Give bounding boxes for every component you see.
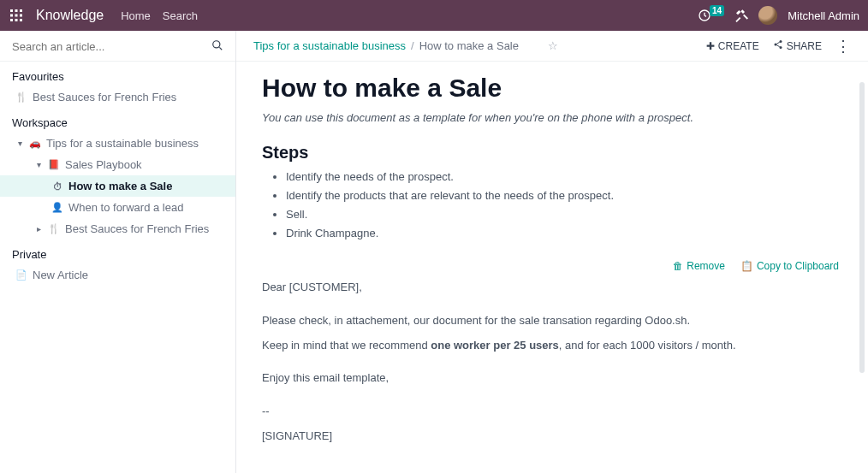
sidebar-search bbox=[0, 31, 235, 62]
nav-link-home[interactable]: Home bbox=[121, 9, 151, 22]
search-icon[interactable] bbox=[211, 39, 223, 54]
svg-rect-4 bbox=[15, 15, 18, 17]
sidebar-item-label: How to make a Sale bbox=[68, 180, 172, 192]
svg-point-12 bbox=[774, 44, 776, 46]
breadcrumb-current: How to make a Sale bbox=[419, 39, 519, 52]
doc-icon: 📄 bbox=[15, 269, 27, 281]
article-content: How to make a Sale You can use this docu… bbox=[236, 62, 868, 463]
breadcrumb-parent[interactable]: Tips for a sustainable business bbox=[253, 39, 406, 52]
svg-rect-0 bbox=[10, 9, 13, 12]
clipboard-icon: 📋 bbox=[740, 260, 753, 272]
sidebar-item-label: When to forward a lead bbox=[68, 201, 183, 214]
sidebar-item-sauces-ws[interactable]: ▸ 🍴 Best Sauces for French Fries bbox=[0, 218, 235, 239]
list-item: Identify the products that are relevant … bbox=[286, 186, 842, 205]
sidebar-item-playbook[interactable]: ▾ 📕 Sales Playbook bbox=[0, 154, 235, 175]
search-input[interactable] bbox=[12, 40, 205, 53]
tools-icon[interactable] bbox=[734, 9, 748, 22]
svg-point-13 bbox=[779, 46, 782, 49]
svg-rect-1 bbox=[15, 9, 18, 12]
email-enjoy: Enjoy this email template, bbox=[262, 368, 842, 389]
sidebar-item-forward-lead[interactable]: 👤 When to forward a lead bbox=[0, 197, 235, 218]
activity-badge: 14 bbox=[710, 5, 724, 16]
email-dashes: -- bbox=[262, 401, 842, 423]
sidebar-item-tips[interactable]: ▾ 🚗 Tips for a sustainable business bbox=[0, 133, 235, 154]
svg-rect-8 bbox=[20, 19, 22, 21]
car-icon: 🚗 bbox=[29, 138, 41, 149]
breadcrumb-separator: / bbox=[411, 39, 414, 52]
book-icon: 📕 bbox=[48, 159, 60, 170]
share-button[interactable]: SHARE bbox=[773, 39, 822, 52]
nav-right: 14 Mitchell Admin bbox=[698, 6, 859, 25]
sidebar-item-label: Best Sauces for French Fries bbox=[65, 222, 209, 235]
breadcrumb: Tips for a sustainable business / How to… bbox=[253, 39, 558, 52]
list-item: Identify the needs of the prospect. bbox=[286, 168, 842, 186]
user-name[interactable]: Mitchell Admin bbox=[788, 9, 859, 22]
svg-point-10 bbox=[213, 41, 220, 48]
sidebar: Favourites 🍴 Best Sauces for French Frie… bbox=[0, 31, 236, 473]
nav-left: Knowledge Home Search bbox=[9, 8, 198, 23]
copy-button[interactable]: 📋 Copy to Clipboard bbox=[740, 260, 839, 272]
plus-icon: ✚ bbox=[706, 40, 715, 52]
sidebar-item-label: Sales Playbook bbox=[65, 158, 142, 171]
svg-rect-5 bbox=[20, 15, 22, 17]
apps-grid-icon[interactable] bbox=[9, 8, 24, 23]
main-pane: Tips for a sustainable business / How to… bbox=[236, 31, 868, 473]
create-button[interactable]: ✚ CREATE bbox=[706, 40, 759, 52]
star-icon[interactable]: ☆ bbox=[548, 39, 558, 52]
person-icon: 👤 bbox=[51, 202, 63, 213]
section-private: Private bbox=[0, 239, 235, 264]
breadcrumb-actions: ✚ CREATE SHARE ⋮ bbox=[706, 39, 851, 52]
email-signature: [SIGNATURE] bbox=[262, 426, 842, 447]
email-line1: Please check, in attachement, our docume… bbox=[262, 310, 842, 332]
steps-list: Identify the needs of the prospect. Iden… bbox=[262, 168, 842, 243]
activity-indicator[interactable]: 14 bbox=[698, 9, 724, 22]
section-favourites: Favourites bbox=[0, 62, 235, 86]
caret-down-icon[interactable]: ▾ bbox=[15, 139, 24, 148]
svg-rect-3 bbox=[10, 15, 13, 17]
sidebar-item-label: Best Sauces for French Fries bbox=[33, 91, 176, 103]
page-title: How to make a Sale bbox=[262, 74, 842, 103]
cutlery-icon: 🍴 bbox=[15, 92, 27, 103]
scrollbar[interactable] bbox=[859, 82, 865, 373]
clock-icon: ⏱ bbox=[51, 181, 63, 192]
list-item: Drink Champagne. bbox=[286, 224, 842, 243]
top-navbar: Knowledge Home Search 14 Mitchell Admin bbox=[0, 0, 868, 31]
sidebar-item-label: New Article bbox=[33, 269, 88, 281]
sidebar-item-howto-sale[interactable]: ⏱ How to make a Sale bbox=[0, 175, 235, 197]
cutlery-icon: 🍴 bbox=[48, 223, 60, 234]
email-line2: Keep in mind that we recommend one worke… bbox=[262, 335, 842, 357]
avatar[interactable] bbox=[758, 6, 777, 25]
brand-title[interactable]: Knowledge bbox=[36, 8, 104, 23]
trash-icon: 🗑 bbox=[673, 260, 683, 272]
caret-right-icon[interactable]: ▸ bbox=[34, 224, 43, 234]
caret-down-icon[interactable]: ▾ bbox=[34, 160, 43, 169]
remove-button[interactable]: 🗑 Remove bbox=[673, 260, 725, 272]
sidebar-item-label: Tips for a sustainable business bbox=[46, 137, 199, 150]
email-template: Dear [CUSTOMER], Please check, in attach… bbox=[262, 277, 842, 446]
nav-link-search[interactable]: Search bbox=[163, 9, 198, 22]
share-icon bbox=[773, 39, 783, 52]
section-workspace: Workspace bbox=[0, 108, 235, 133]
sidebar-item-private-0[interactable]: 📄 New Article bbox=[0, 264, 235, 286]
steps-heading: Steps bbox=[262, 143, 842, 163]
sidebar-item-fav-0[interactable]: 🍴 Best Sauces for French Fries bbox=[0, 86, 235, 108]
svg-rect-7 bbox=[15, 19, 18, 21]
page-subtitle: You can use this document as a template … bbox=[262, 111, 842, 124]
list-item: Sell. bbox=[286, 205, 842, 224]
breadcrumb-bar: Tips for a sustainable business / How to… bbox=[236, 31, 868, 62]
svg-rect-2 bbox=[20, 9, 22, 12]
email-greeting: Dear [CUSTOMER], bbox=[262, 277, 842, 299]
svg-rect-6 bbox=[10, 19, 13, 21]
template-actions: 🗑 Remove 📋 Copy to Clipboard bbox=[262, 260, 842, 272]
svg-point-11 bbox=[779, 40, 782, 43]
